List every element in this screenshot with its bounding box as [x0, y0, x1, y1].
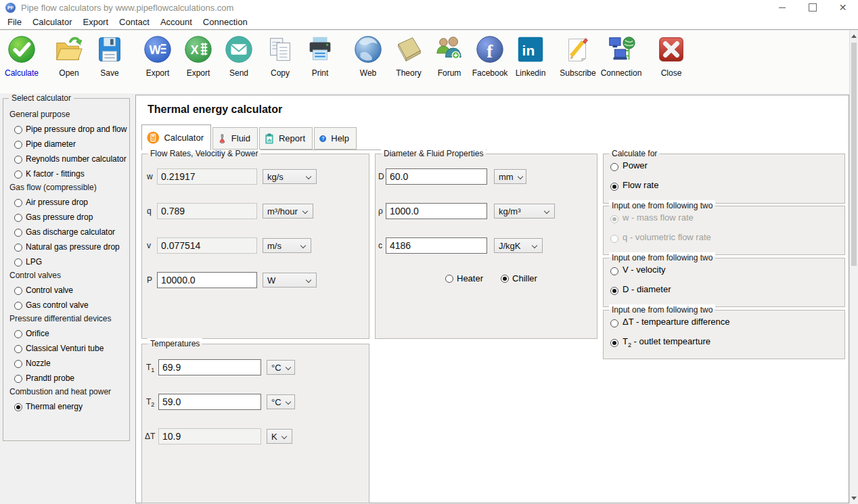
- minimize-button[interactable]: [767, 0, 797, 15]
- calculator-option[interactable]: K factor - fittings: [14, 170, 127, 179]
- tab-report[interactable]: Report: [259, 127, 313, 150]
- tab-help[interactable]: ? Help: [314, 127, 357, 150]
- calculator-option[interactable]: Natural gas pressure drop: [14, 243, 127, 252]
- volumetric-flow-unit-select[interactable]: m³/hour: [263, 204, 313, 219]
- calculator-option[interactable]: Classical Venturi tube: [14, 344, 127, 353]
- web-button[interactable]: Web: [346, 34, 390, 78]
- calculator-option[interactable]: LPG: [14, 258, 127, 267]
- geometry-input-option[interactable]: V - velocity: [610, 265, 844, 278]
- v-label: v: [147, 241, 151, 250]
- subscribe-button[interactable]: Subscribe: [556, 34, 600, 78]
- radio-icon: [610, 183, 618, 191]
- close-button[interactable]: Close: [650, 34, 693, 78]
- dt-unit-select[interactable]: K: [267, 429, 292, 444]
- geometry-input-choice-caption: Input one from following two: [609, 252, 715, 263]
- t1-unit-value: °C: [271, 363, 281, 373]
- open-button[interactable]: Open: [47, 34, 91, 78]
- diameter-unit-select[interactable]: mm: [494, 169, 526, 184]
- tab-calculator-label: Calculator: [164, 133, 204, 143]
- power-input[interactable]: [157, 272, 257, 288]
- flow-input-option: w - mass flow rate: [610, 213, 844, 226]
- calculate-for-option[interactable]: Power: [610, 161, 844, 174]
- connection-button[interactable]: Connection: [600, 34, 643, 78]
- chevron-down-icon: [300, 243, 307, 249]
- calculate-for-option[interactable]: Flow rate: [610, 181, 844, 193]
- tab-report-label: Report: [279, 133, 305, 143]
- print-label: Print: [312, 68, 329, 78]
- radio-icon: [610, 339, 618, 347]
- open-label: Open: [59, 68, 78, 78]
- mass-flow-unit-select[interactable]: kg/s: [263, 169, 317, 184]
- chevron-down-icon: [281, 434, 288, 440]
- calculator-option[interactable]: Control valve: [14, 286, 127, 295]
- menu-item[interactable]: Contact: [114, 15, 155, 29]
- linkedin-button[interactable]: in Linkedin: [509, 34, 552, 78]
- calculator-option[interactable]: Orifice: [14, 329, 127, 338]
- scroll-down-button[interactable]: [850, 493, 858, 503]
- calculator-option[interactable]: Reynolds number calculator: [14, 155, 127, 164]
- outlet-temperature-input[interactable]: [158, 394, 261, 410]
- density-input[interactable]: [386, 203, 487, 219]
- copy-label: Copy: [271, 68, 290, 78]
- specific-heat-input[interactable]: [386, 237, 487, 254]
- t1-unit-select[interactable]: °C: [267, 360, 295, 375]
- calculate-for-groupbox: Calculate for Power Flow rate: [603, 154, 845, 204]
- calculator-option[interactable]: Prandtl probe: [14, 374, 127, 383]
- calculator-option[interactable]: Pipe diameter: [14, 140, 127, 149]
- temperature-input-option[interactable]: ΔT - tempearture difference: [610, 317, 844, 330]
- connection-label: Connection: [601, 68, 642, 78]
- inlet-temperature-input[interactable]: [158, 359, 261, 375]
- calculator-group-label: Pressure differential devices: [9, 314, 125, 323]
- vertical-scrollbar[interactable]: [849, 30, 858, 504]
- flow-input-choice-groupbox: Input one from following two w - mass fl…: [603, 206, 845, 255]
- mode-option[interactable]: Heater: [445, 273, 483, 283]
- menu-item[interactable]: Connection: [198, 15, 253, 29]
- velocity-unit-select[interactable]: m/s: [263, 238, 311, 253]
- menu-item[interactable]: Calculator: [27, 15, 78, 29]
- export-excel-button[interactable]: X Export: [177, 34, 220, 78]
- print-icon: [304, 34, 336, 65]
- diameter-input[interactable]: [386, 168, 487, 185]
- export-word-button[interactable]: W Export: [136, 34, 179, 78]
- calculate-button[interactable]: Calculate: [0, 34, 43, 78]
- calculator-option[interactable]: Gas pressure drop: [14, 213, 127, 222]
- tab-calculator[interactable]: Calculator: [141, 124, 211, 150]
- calculator-option[interactable]: Pipe pressure drop and flow rate: [14, 125, 127, 134]
- t2-unit-select[interactable]: °C: [267, 394, 295, 409]
- close-label: Close: [661, 68, 682, 78]
- menu-item[interactable]: Account: [155, 15, 198, 29]
- calculator-option[interactable]: Gas control valve: [14, 301, 127, 310]
- chevron-down-icon: [306, 277, 312, 283]
- power-unit-select[interactable]: W: [263, 273, 317, 288]
- scroll-up-button[interactable]: [850, 31, 858, 41]
- temperature-input-option[interactable]: T2 - outlet tempearture: [610, 337, 844, 350]
- save-button[interactable]: Save: [88, 34, 131, 78]
- calculator-list: General purpose Pipe pressure drop and f…: [5, 106, 128, 439]
- specific-heat-unit-select[interactable]: J/kgK: [494, 238, 543, 253]
- tab-fluid[interactable]: Fluid: [212, 127, 258, 150]
- calculator-option-label: Pipe diameter: [26, 140, 76, 149]
- menu-item[interactable]: Export: [77, 15, 114, 29]
- calculator-option[interactable]: Air pressure drop: [14, 198, 127, 207]
- theory-book-icon: [393, 34, 424, 65]
- calculator-option[interactable]: Gas discharge calculator: [14, 228, 127, 237]
- calculator-option[interactable]: Thermal energy: [14, 403, 127, 411]
- density-unit-select[interactable]: kg/m³: [494, 204, 555, 219]
- flask-icon: [218, 130, 227, 147]
- scrollbar-thumb[interactable]: [851, 43, 857, 266]
- facebook-button[interactable]: f Facebook: [468, 34, 512, 78]
- close-window-button[interactable]: ✕: [828, 0, 858, 15]
- geometry-input-option[interactable]: D - diameter: [610, 285, 844, 298]
- forum-button[interactable]: Forum: [428, 34, 471, 78]
- maximize-button[interactable]: [797, 0, 828, 15]
- calculator-group-label: Combustion and heat power: [9, 387, 125, 396]
- print-button[interactable]: Print: [298, 34, 342, 78]
- mode-option-label: Chiller: [512, 273, 537, 283]
- copy-button[interactable]: Copy: [258, 34, 302, 78]
- menu-item[interactable]: File: [2, 15, 27, 29]
- calculator-option-label: Reynolds number calculator: [26, 155, 127, 164]
- send-button[interactable]: Send: [217, 34, 261, 78]
- theory-button[interactable]: Theory: [387, 34, 430, 78]
- calculator-option[interactable]: Nozzle: [14, 359, 127, 368]
- mode-option[interactable]: Chiller: [501, 273, 537, 283]
